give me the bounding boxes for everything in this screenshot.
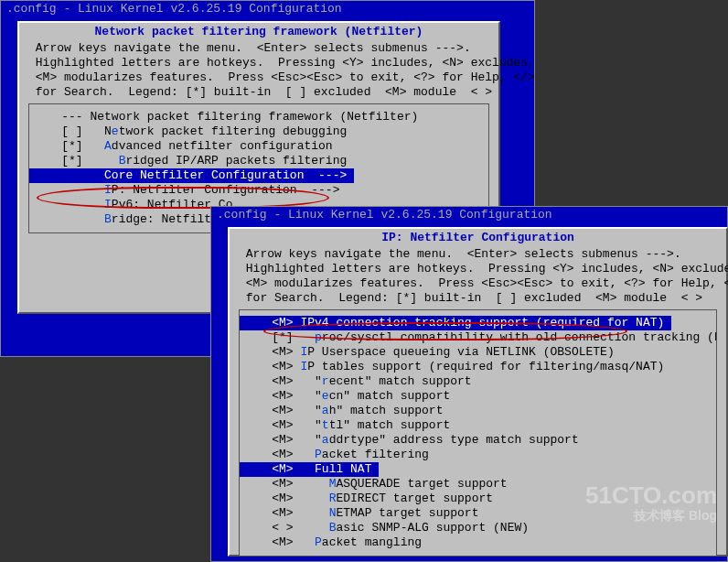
panel-title: Network packet filtering framework (Netf…	[19, 23, 498, 39]
kernel-config-window-2: .config - Linux Kernel v2.6.25.19 Config…	[210, 206, 728, 562]
menu-item[interactable]: Core Netfilter Configuration --->	[29, 168, 354, 183]
menu-item[interactable]: <M> Full NAT	[240, 462, 379, 477]
hotkey-char: a	[322, 433, 329, 447]
menu-panel: IP: Netfilter Configuration Arrow keys n…	[228, 227, 728, 557]
menu-item[interactable]: --- Network packet filtering framework (…	[29, 110, 488, 124]
menu-item[interactable]: <M> IPv4 connection tracking support (re…	[240, 316, 671, 330]
menu-item[interactable]: [*] Advanced netfilter configuration	[29, 139, 488, 154]
hotkey-char: P	[315, 535, 322, 549]
hotkey-char: I	[300, 360, 307, 373]
menu-item[interactable]: <M> Packet filtering	[240, 448, 716, 462]
hotkey-char: e	[112, 124, 119, 138]
hotkey-char: M	[329, 477, 337, 491]
menu-item[interactable]: <M> NETMAP target support	[240, 506, 716, 521]
window-title: .config - Linux Kernel v2.6.25.19 Config…	[1, 1, 534, 17]
menu-item[interactable]: <M> Packet mangling	[240, 535, 716, 550]
hotkey-char: R	[329, 492, 337, 505]
hotkey-char: B	[119, 154, 126, 168]
hotkey-char: B	[329, 521, 337, 535]
hotkey-char: F	[315, 462, 322, 476]
menu-item[interactable]: < > Basic SNMP-ALG support (NEW)	[240, 521, 716, 535]
hotkey-char: p	[315, 330, 322, 344]
menu-item[interactable]: <M> "ecn" match support	[240, 389, 716, 404]
hotkey-char: A	[104, 139, 112, 153]
menu-item[interactable]: <M> "addrtype" address type match suppor…	[240, 433, 716, 448]
menu-item[interactable]: <M> "ah" match support	[240, 404, 716, 418]
hotkey-char: e	[322, 389, 329, 403]
hotkey-char: B	[104, 212, 112, 226]
help-text: Arrow keys navigate the menu. <Enter> se…	[230, 245, 726, 306]
menu-item[interactable]: <M> "recent" match support	[240, 374, 716, 389]
menu-item[interactable]: <M> IP tables support (required for filt…	[240, 360, 716, 374]
hotkey-char: C	[104, 168, 112, 182]
hotkey-char: I	[300, 345, 307, 359]
help-text: Arrow keys navigate the menu. <Enter> se…	[19, 39, 498, 100]
panel-title: IP: Netfilter Configuration	[230, 229, 726, 245]
menu-item[interactable]: IP: Netfilter Configuration --->	[29, 183, 488, 198]
menu-item[interactable]: <M> REDIRECT target support	[240, 492, 716, 506]
menu-item[interactable]: [ ] Network packet filtering debugging	[29, 124, 488, 139]
hotkey-char: P	[315, 448, 322, 461]
menu-listbox[interactable]: <M> IPv4 connection tracking support (re…	[239, 309, 717, 557]
hotkey-char: N	[329, 506, 337, 520]
menu-item[interactable]: <M> MASQUERADE target support	[240, 477, 716, 492]
hotkey-char: I	[104, 198, 112, 211]
menu-item[interactable]: [*] Bridged IP/ARP packets filtering	[29, 154, 488, 168]
hotkey-char: a	[322, 404, 329, 417]
menu-item[interactable]: <M> "ttl" match support	[240, 418, 716, 433]
window-title: .config - Linux Kernel v2.6.25.19 Config…	[211, 207, 727, 223]
menu-item[interactable]: [*] proc/sysctl compatibility with old c…	[240, 330, 716, 345]
hotkey-char: I	[104, 183, 112, 197]
hotkey-char: t	[322, 418, 329, 432]
hotkey-char: M	[279, 316, 286, 330]
hotkey-char: r	[322, 374, 329, 388]
menu-item[interactable]: <M> IP Userspace queueing via NETLINK (O…	[240, 345, 716, 360]
